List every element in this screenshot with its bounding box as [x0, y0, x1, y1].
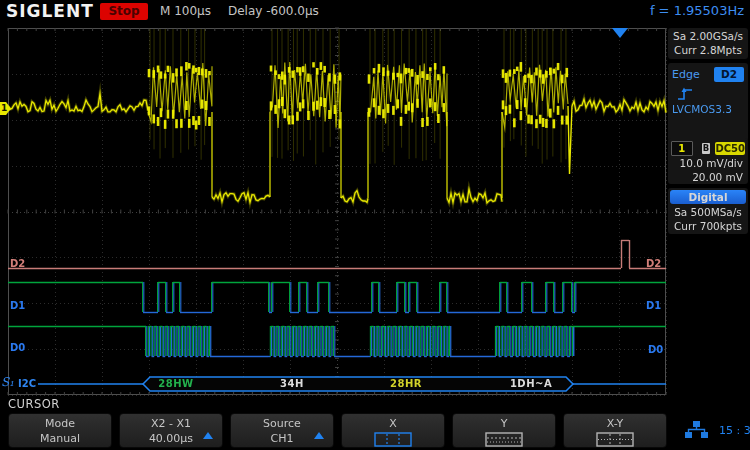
channel1-number: 1	[671, 141, 693, 156]
trigger-source-chip[interactable]: D2	[714, 67, 744, 82]
cursor-y-icon	[485, 432, 523, 447]
decode-field-address-write: 28HW	[158, 378, 193, 389]
d2-label-right: D2	[646, 258, 661, 269]
trigger-level-readout: LVCMOS3.3	[672, 103, 744, 115]
cursor-xy-label: X-Y	[564, 416, 666, 431]
clock-readout: 15 : 31	[719, 424, 750, 437]
rising-edge-icon	[676, 86, 694, 101]
cursor-x-label: X	[342, 416, 444, 431]
decode-bus-number: S₁	[1, 375, 14, 389]
cursor-y-label: Y	[453, 416, 555, 431]
graticule-canvas	[0, 0, 750, 450]
d0-label-right: D0	[648, 344, 663, 355]
bandwidth-limit-icon: B	[702, 143, 711, 154]
trigger-type: Edge	[672, 68, 700, 81]
adjust-arrow-icon	[314, 432, 324, 439]
decode-field-address-read: 28HR	[390, 378, 422, 389]
digital-memory-depth: Curr 700kpts	[670, 219, 746, 233]
cursor-mode-value: Manual	[9, 431, 111, 446]
cursor-x-button[interactable]: X	[341, 413, 445, 448]
cursor-mode-label: Mode	[9, 416, 111, 431]
analog-memory-depth: Curr 2.8Mpts	[668, 43, 748, 57]
decode-protocol-label[interactable]: I2C	[18, 378, 36, 389]
cursor-delta-label: X2 - X1	[120, 416, 222, 431]
d1-label-left: D1	[10, 300, 25, 311]
acquisition-panel: Sa 2.00GSa/s Curr 2.8Mpts	[668, 28, 748, 59]
digital-panel-title[interactable]: Digital	[670, 190, 746, 204]
digital-sample-rate: Sa 500MSa/s	[670, 205, 746, 219]
menu-title: CURSOR	[8, 397, 60, 411]
cursor-y-button[interactable]: Y	[452, 413, 556, 448]
d2-label-left: D2	[10, 258, 25, 269]
adjust-arrow-icon	[203, 432, 213, 439]
decode-field-data: 34H	[280, 378, 304, 389]
trigger-panel[interactable]: Edge D2 LVCMOS3.3	[668, 63, 748, 141]
lan-icon[interactable]	[683, 420, 709, 439]
cursor-x-icon	[374, 432, 412, 447]
channel1-panel[interactable]: 1 B DC50 10.0 mV/div 20.00 mV	[668, 138, 748, 184]
digital-panel[interactable]: Digital Sa 500MSa/s Curr 700kpts	[668, 188, 748, 234]
d0-label-left: D0	[10, 342, 25, 353]
cursor-xy-icon	[596, 432, 634, 447]
cursor-source-label: Source	[231, 416, 333, 431]
channel1-offset: 20.00 mV	[671, 170, 745, 184]
cursor-delta-button[interactable]: X2 - X1 40.00μs	[119, 413, 223, 448]
oscilloscope-screen: SIGLENT Stop M 100μs Delay -600.0μs f = …	[0, 0, 750, 450]
channel1-scale: 10.0 mV/div	[671, 156, 745, 170]
d1-label-right: D1	[646, 300, 661, 311]
analog-sample-rate: Sa 2.00GSa/s	[668, 29, 748, 43]
cursor-xy-button[interactable]: X-Y	[563, 413, 667, 448]
trigger-position-icon[interactable]	[612, 28, 628, 38]
cursor-source-button[interactable]: Source CH1	[230, 413, 334, 448]
decode-field-data-nack: 1DH~A	[510, 378, 552, 389]
cursor-mode-button[interactable]: Mode Manual	[8, 413, 112, 448]
coupling-chip[interactable]: DC50	[715, 142, 745, 155]
